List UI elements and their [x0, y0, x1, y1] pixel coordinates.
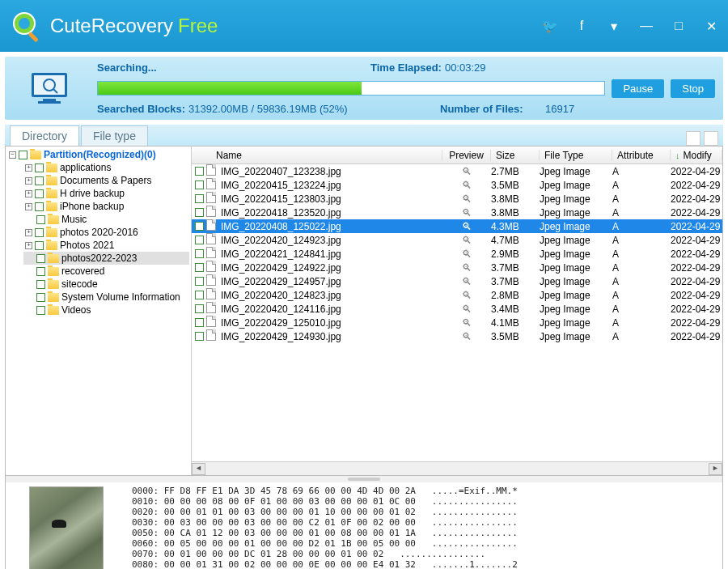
- grid-view-icon[interactable]: [686, 131, 700, 146]
- file-row[interactable]: IMG_20220420_124823.jpg🔍︎2.8MBJpeg Image…: [192, 288, 722, 302]
- magnifier-icon[interactable]: 🔍︎: [442, 235, 491, 246]
- checkbox[interactable]: [35, 163, 44, 172]
- hex-view[interactable]: 0000: FF D8 FF E1 DA 3D 45 78 69 66 00 0…: [127, 482, 722, 569]
- maximize-icon[interactable]: □: [671, 19, 686, 34]
- stop-button[interactable]: Stop: [671, 79, 715, 98]
- file-row[interactable]: IMG_20220420_124923.jpg🔍︎4.7MBJpeg Image…: [192, 233, 722, 247]
- svg-point-1: [19, 18, 30, 29]
- col-size[interactable]: Size: [491, 150, 540, 161]
- horizontal-scrollbar[interactable]: ◄ ►: [192, 461, 722, 475]
- checkbox[interactable]: [36, 306, 45, 315]
- checkbox[interactable]: [195, 180, 204, 189]
- expander-icon[interactable]: +: [25, 203, 32, 210]
- checkbox[interactable]: [36, 254, 45, 263]
- checkbox[interactable]: [19, 151, 28, 159]
- col-attribute[interactable]: Attribute: [612, 150, 671, 161]
- magnifier-icon[interactable]: 🔍︎: [442, 290, 491, 301]
- file-row[interactable]: IMG_20220408_125022.jpg🔍︎4.3MBJpeg Image…: [192, 219, 722, 233]
- expander-icon[interactable]: +: [25, 190, 32, 197]
- minimize-icon[interactable]: —: [639, 19, 654, 34]
- expander-icon[interactable]: +: [25, 177, 32, 185]
- pause-button[interactable]: Pause: [612, 79, 664, 98]
- tree-item[interactable]: System Volume Information: [23, 291, 189, 304]
- facebook-icon[interactable]: f: [574, 19, 589, 34]
- magnifier-icon[interactable]: 🔍︎: [442, 304, 491, 315]
- checkbox[interactable]: [195, 291, 204, 299]
- directory-tree[interactable]: − Partition(Recognized)(0) +applications…: [6, 146, 192, 475]
- checkbox[interactable]: [195, 236, 204, 244]
- magnifier-icon[interactable]: 🔍︎: [442, 248, 491, 260]
- checkbox[interactable]: [195, 194, 204, 203]
- tab-directory[interactable]: Directory: [10, 125, 79, 146]
- magnifier-icon[interactable]: 🔍︎: [442, 207, 491, 219]
- expander-icon[interactable]: +: [25, 229, 32, 236]
- col-filetype[interactable]: File Type: [540, 150, 612, 161]
- checkbox[interactable]: [195, 304, 204, 313]
- tree-item[interactable]: +applications: [23, 161, 189, 174]
- expander-icon[interactable]: +: [25, 164, 32, 172]
- checkbox[interactable]: [195, 332, 204, 341]
- col-preview[interactable]: Preview: [442, 150, 491, 161]
- magnifier-icon[interactable]: 🔍︎: [442, 180, 491, 191]
- magnifier-icon[interactable]: 🔍︎: [442, 166, 491, 177]
- close-icon[interactable]: ✕: [704, 19, 718, 34]
- magnifier-icon[interactable]: 🔍︎: [442, 262, 491, 274]
- magnifier-icon[interactable]: 🔍︎: [442, 331, 491, 342]
- checkbox[interactable]: [35, 189, 44, 198]
- tree-item[interactable]: +Photos 2021: [23, 239, 189, 252]
- checkbox[interactable]: [35, 241, 44, 250]
- file-modified: 2022-04-29: [671, 235, 722, 246]
- dropdown-icon[interactable]: ▾: [607, 19, 621, 34]
- file-row[interactable]: IMG_20220415_123224.jpg🔍︎3.5MBJpeg Image…: [192, 178, 722, 192]
- magnifier-icon[interactable]: 🔍︎: [442, 221, 491, 232]
- scroll-left-icon[interactable]: ◄: [192, 463, 205, 475]
- expander-icon[interactable]: −: [9, 151, 16, 159]
- checkbox[interactable]: [195, 222, 204, 231]
- tree-item[interactable]: Videos: [23, 304, 189, 316]
- checkbox[interactable]: [195, 277, 204, 286]
- checkbox[interactable]: [36, 267, 45, 276]
- checkbox[interactable]: [195, 318, 204, 327]
- file-row[interactable]: IMG_20220418_123520.jpg🔍︎3.8MBJpeg Image…: [192, 206, 722, 219]
- tree-root[interactable]: − Partition(Recognized)(0): [7, 148, 189, 161]
- folder-icon: [46, 176, 57, 185]
- tree-item[interactable]: +Documents & Papers: [23, 174, 189, 187]
- splitter-handle[interactable]: [5, 476, 723, 482]
- checkbox[interactable]: [36, 280, 45, 289]
- col-modify[interactable]: ↓Modify: [671, 150, 722, 161]
- file-size: 3.7MB: [491, 276, 540, 287]
- checkbox[interactable]: [195, 263, 204, 272]
- tab-filetype[interactable]: File type: [81, 125, 148, 146]
- file-row[interactable]: IMG_20220429_125010.jpg🔍︎4.1MBJpeg Image…: [192, 316, 722, 329]
- checkbox[interactable]: [36, 215, 45, 224]
- file-row[interactable]: IMG_20220429_124957.jpg🔍︎3.7MBJpeg Image…: [192, 274, 722, 288]
- tree-item[interactable]: +photos 2020-2016: [23, 226, 189, 239]
- checkbox[interactable]: [195, 249, 204, 258]
- magnifier-icon[interactable]: 🔍︎: [442, 193, 491, 205]
- tree-item[interactable]: +iPhone backup: [23, 200, 189, 213]
- tree-item[interactable]: recovered: [23, 265, 189, 278]
- checkbox[interactable]: [195, 208, 204, 217]
- checkbox[interactable]: [35, 202, 44, 211]
- checkbox[interactable]: [195, 167, 204, 176]
- col-name[interactable]: Name: [192, 150, 442, 161]
- file-row[interactable]: IMG_20220420_124116.jpg🔍︎3.4MBJpeg Image…: [192, 302, 722, 316]
- file-row[interactable]: IMG_20220407_123238.jpg🔍︎2.7MBJpeg Image…: [192, 164, 722, 178]
- magnifier-icon[interactable]: 🔍︎: [442, 317, 491, 329]
- checkbox[interactable]: [36, 293, 45, 302]
- checkbox[interactable]: [35, 176, 44, 185]
- twitter-icon[interactable]: 🐦: [542, 19, 557, 34]
- file-row[interactable]: IMG_20220415_123803.jpg🔍︎3.8MBJpeg Image…: [192, 192, 722, 206]
- tree-item[interactable]: Music: [23, 213, 189, 226]
- magnifier-icon[interactable]: 🔍︎: [442, 276, 491, 287]
- tree-item[interactable]: sitecode: [23, 278, 189, 291]
- list-view-icon[interactable]: [704, 131, 718, 146]
- checkbox[interactable]: [35, 228, 44, 237]
- file-row[interactable]: IMG_20220429_124922.jpg🔍︎3.7MBJpeg Image…: [192, 261, 722, 274]
- tree-item[interactable]: photos2022-2023: [23, 252, 189, 265]
- file-row[interactable]: IMG_20220421_124841.jpg🔍︎2.9MBJpeg Image…: [192, 247, 722, 261]
- file-row[interactable]: IMG_20220429_124930.jpg🔍︎3.5MBJpeg Image…: [192, 329, 722, 343]
- tree-item[interactable]: +H drive backup: [23, 187, 189, 200]
- expander-icon[interactable]: +: [25, 242, 32, 249]
- scroll-right-icon[interactable]: ►: [709, 463, 722, 475]
